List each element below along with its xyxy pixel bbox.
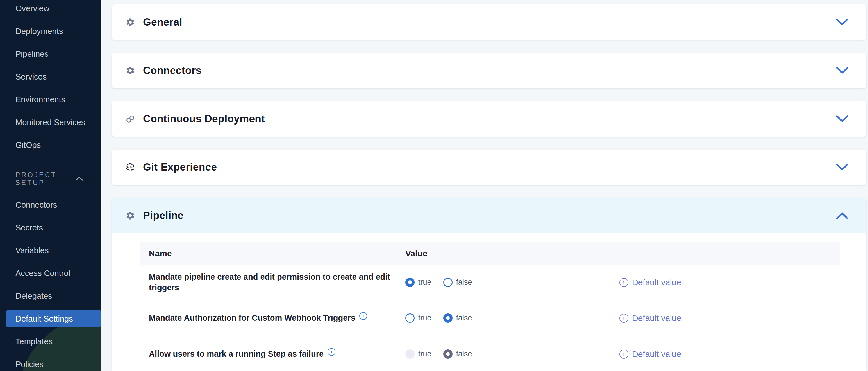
sidebar-item-variables[interactable]: Variables <box>0 239 101 262</box>
radio-true-selected <box>405 278 414 287</box>
setting-name: Mandate pipeline create and edit permiss… <box>149 272 397 293</box>
column-header-name: Name <box>140 249 405 258</box>
radio-false <box>443 278 453 287</box>
info-icon: i <box>619 278 628 287</box>
sidebar-item-label: GitOps <box>16 141 41 150</box>
section-card-git-experience: </> Git Experience <box>112 149 866 185</box>
table-row: Allow users to mark a running Step as fa… <box>140 336 840 371</box>
chevron-up-icon <box>75 176 84 181</box>
chevron-down-icon[interactable] <box>836 67 848 74</box>
radio-option-false[interactable]: false <box>443 349 472 359</box>
radio-option-true[interactable]: true <box>405 278 431 287</box>
sidebar-item-label: Services <box>16 72 46 82</box>
sidebar-project-setup-nav: Connectors Secrets Variables Access Cont… <box>0 194 101 371</box>
gear-icon <box>126 65 135 76</box>
setting-name: Mandate Authorization for Custom Webhook… <box>149 313 355 323</box>
info-icon[interactable]: i <box>359 312 367 320</box>
svg-text:</>: </> <box>128 166 132 169</box>
sidebar-item-label: Overview <box>16 4 50 13</box>
sidebar-item-label: Secrets <box>16 223 43 232</box>
radio-false-selected <box>443 313 453 323</box>
project-setup-label: PROJECT SETUP <box>16 171 75 187</box>
section-card-general: General <box>112 4 866 40</box>
cd-link-icon <box>126 113 135 124</box>
section-card-connectors: Connectors <box>112 53 866 88</box>
pipeline-settings-body: Name Value Mandate pipeline create and e… <box>112 233 866 371</box>
sidebar-item-delegates[interactable]: Delegates <box>0 285 101 308</box>
radio-true <box>405 313 414 323</box>
section-title: Git Experience <box>143 161 217 173</box>
sidebar-item-label: Policies <box>16 360 43 369</box>
section-header[interactable]: Connectors <box>112 53 866 88</box>
column-header-value: Value <box>405 249 619 258</box>
info-icon: i <box>619 350 628 359</box>
section-header[interactable]: General <box>112 4 866 40</box>
sidebar-item-label: Delegates <box>16 291 52 301</box>
section-title: General <box>143 16 182 28</box>
default-value-link[interactable]: i Default value <box>619 313 681 323</box>
sidebar-item-default-settings[interactable]: Default Settings <box>6 310 101 327</box>
table-row: Mandate pipeline create and edit permiss… <box>140 265 840 301</box>
settings-table: Name Value Mandate pipeline create and e… <box>140 242 840 371</box>
section-header[interactable]: </> Git Experience <box>112 149 866 185</box>
sidebar-item-environments[interactable]: Environments <box>0 88 101 111</box>
sidebar: Overview Deployments Pipelines Services … <box>0 0 101 371</box>
table-header-row: Name Value <box>140 242 840 265</box>
sidebar-nav: Overview Deployments Pipelines Services … <box>0 0 101 156</box>
sidebar-item-label: Access Control <box>16 269 70 278</box>
sidebar-item-label: Templates <box>16 337 53 346</box>
default-value-link[interactable]: i Default value <box>619 349 681 359</box>
sidebar-item-label: Connectors <box>16 200 57 210</box>
sidebar-item-label: Default Settings <box>16 314 73 323</box>
sidebar-item-gitops[interactable]: GitOps <box>0 134 101 156</box>
radio-true <box>405 349 414 359</box>
settings-panel: General Connectors Continuous Deployment… <box>101 0 868 371</box>
section-title: Continuous Deployment <box>143 113 265 125</box>
sidebar-item-access-control[interactable]: Access Control <box>0 262 101 285</box>
gear-icon <box>126 210 135 221</box>
sidebar-item-monitored-services[interactable]: Monitored Services <box>0 111 101 134</box>
radio-option-false[interactable]: false <box>443 313 472 323</box>
sidebar-item-connectors[interactable]: Connectors <box>0 194 101 217</box>
radio-option-true[interactable]: true <box>405 349 431 359</box>
section-title: Connectors <box>143 65 202 77</box>
sidebar-item-overview[interactable]: Overview <box>0 0 101 20</box>
sidebar-item-pipelines[interactable]: Pipelines <box>0 43 101 65</box>
sidebar-item-deployments[interactable]: Deployments <box>0 20 101 43</box>
gear-icon <box>126 17 135 28</box>
sidebar-divider <box>16 164 87 165</box>
info-icon: i <box>619 314 628 323</box>
gear-code-icon: </> <box>126 162 135 173</box>
radio-false-selected <box>443 349 453 359</box>
sidebar-item-policies[interactable]: Policies <box>0 353 101 371</box>
section-header[interactable]: Continuous Deployment <box>112 101 866 137</box>
radio-option-false[interactable]: false <box>443 278 472 287</box>
sidebar-item-label: Variables <box>16 246 49 255</box>
section-header[interactable]: Pipeline <box>112 198 866 233</box>
sidebar-section-project-setup[interactable]: PROJECT SETUP <box>0 167 101 190</box>
app-root: Overview Deployments Pipelines Services … <box>0 0 868 371</box>
section-card-pipeline: Pipeline Name Value Mandate pipeline cre… <box>112 198 866 371</box>
table-row: Mandate Authorization for Custom Webhook… <box>140 301 840 336</box>
info-icon[interactable]: i <box>328 348 335 356</box>
default-value-link[interactable]: i Default value <box>619 278 681 287</box>
sidebar-item-label: Environments <box>16 95 65 104</box>
sidebar-item-label: Pipelines <box>16 50 49 59</box>
sidebar-item-templates[interactable]: Templates <box>0 330 101 353</box>
chevron-down-icon[interactable] <box>836 19 848 26</box>
chevron-down-icon[interactable] <box>836 115 848 122</box>
radio-option-true[interactable]: true <box>405 313 431 323</box>
sidebar-item-label: Deployments <box>16 27 63 36</box>
chevron-down-icon[interactable] <box>836 164 848 171</box>
chevron-up-icon[interactable] <box>836 212 848 219</box>
sidebar-item-secrets[interactable]: Secrets <box>0 217 101 239</box>
sidebar-item-services[interactable]: Services <box>0 65 101 88</box>
section-title: Pipeline <box>143 210 183 222</box>
sidebar-item-label: Monitored Services <box>16 118 85 127</box>
setting-name: Allow users to mark a running Step as fa… <box>149 349 323 360</box>
section-card-continuous-deployment: Continuous Deployment <box>112 101 866 137</box>
